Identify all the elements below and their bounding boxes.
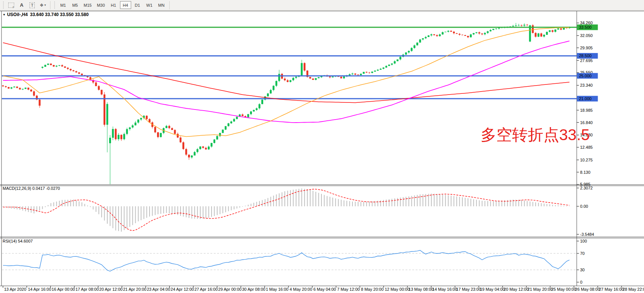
time-axis-label: 27 May 16:00	[599, 287, 624, 292]
objects-icon: ❖	[40, 3, 44, 8]
time-axis-label: 17 May 23:00	[456, 287, 481, 292]
font-a-icon: A	[20, 2, 23, 8]
time-axis-label: 14 May 16:00	[432, 287, 457, 292]
time-axis-label: 20 May 12:00	[504, 287, 529, 292]
rsi-indicator-label: RSI(14) 54.6007	[3, 239, 33, 243]
rsi-tick-label: 30	[580, 268, 585, 272]
price-badge-label: 25.000	[579, 74, 592, 78]
price-tick-label: 12.485	[580, 145, 593, 149]
price-tick-label: 18.985	[580, 108, 593, 112]
timeframe-h1[interactable]: H1	[108, 1, 119, 9]
snap-grid-f-button[interactable]: F	[6, 1, 16, 9]
price-tick-label: 10.275	[580, 158, 593, 162]
time-axis[interactable]: 13 Apr 202014 Apr 16:0016 Apr 00:0017 Ap…	[3, 286, 644, 292]
time-axis-label: 1 May 16:00	[266, 287, 289, 292]
price-tick-label: 29.905	[580, 46, 593, 50]
price-badge-label: 21.000	[579, 96, 592, 101]
chart-plot-area[interactable]: 34.26032.05029.90527.69525.55023.34018.9…	[0, 0, 644, 293]
time-axis-label: 28 May 22:00	[623, 287, 644, 292]
time-axis-label: 25 May 00:00	[551, 287, 576, 292]
ma-slow-red	[3, 43, 570, 102]
macd-panel[interactable]	[3, 188, 570, 232]
price-tick-label: 32.050	[580, 33, 593, 38]
price-axis[interactable]: 34.26032.05029.90527.69525.55023.34018.9…	[577, 21, 598, 186]
time-axis-label: 30 Apr 08:00	[242, 287, 265, 292]
timeframe-m30[interactable]: M30	[95, 1, 107, 9]
toolbar-separator	[169, 1, 170, 9]
text-box-button[interactable]: T	[27, 1, 37, 9]
time-axis-label: 4 May 20:00	[290, 287, 312, 292]
candlesticks	[2, 23, 571, 184]
indicator-axes[interactable]: 2.30720.00-3.548410070300	[577, 186, 594, 284]
time-axis-label: 17 Apr 08:00	[76, 287, 99, 292]
time-axis-label: 23 Apr 04:00	[147, 287, 170, 292]
timeframe-m1[interactable]: M1	[58, 1, 69, 9]
toolbar-separator	[50, 1, 50, 9]
price-tick-label: 23.340	[580, 83, 593, 87]
chevron-down-icon: ▾	[44, 3, 46, 7]
price-badge-label: 33.500	[579, 25, 592, 30]
panel-frame	[0, 11, 644, 286]
rsi-tick-label: 100	[580, 239, 587, 243]
price-tick-label: 8.130	[580, 170, 591, 175]
macd-tick-label: -3.5484	[580, 232, 594, 237]
horizontal-line-objects[interactable]	[2, 27, 577, 99]
time-axis-label: 12 May 00:00	[385, 287, 410, 292]
timeframe-m15[interactable]: M15	[81, 1, 94, 9]
rsi-tick-label: 70	[580, 251, 585, 256]
toolbar: F A T ❖ ▾ M1 M5 M15 M30 H1 H4 D1 W1 MN	[0, 0, 644, 10]
time-axis-label: 13 Apr 2020	[4, 287, 26, 292]
objects-dropdown-button[interactable]: ❖ ▾	[38, 1, 48, 9]
time-axis-label: 20 Apr 12:00	[99, 287, 123, 292]
time-axis-label: 27 Apr 16:00	[194, 287, 218, 292]
time-axis-label: 24 Apr 12:00	[171, 287, 194, 292]
time-axis-label: 6 May 04:00	[313, 287, 336, 292]
chart-dropdown-icon[interactable]: ▼	[3, 13, 6, 16]
time-axis-label: 8 May 20:00	[361, 287, 384, 292]
rsi-tick-label: 0	[580, 280, 582, 284]
timeframe-drag-handle[interactable]	[54, 1, 56, 9]
timeframe-h4[interactable]: H4	[120, 1, 131, 9]
time-axis-label: 26 May 08:00	[575, 287, 600, 292]
timeframe-m5[interactable]: M5	[70, 1, 81, 9]
rsi-panel[interactable]	[2, 250, 577, 271]
chart-title: ▼USOil-,H433.640 33.740 33.550 33.580	[3, 12, 89, 17]
chart-ohlc-values: 33.640 33.740 33.550 33.580	[30, 12, 89, 17]
time-axis-label: 29 Apr 00:00	[218, 287, 241, 292]
macd-indicator-label: MACD(12,26,9) 0.0417 -0.0270	[3, 186, 60, 191]
time-axis-label: 21 May 20:00	[527, 287, 552, 292]
price-tick-label: 27.695	[580, 58, 593, 63]
snap-grid-f-icon: F	[8, 3, 14, 8]
price-tick-label: 16.840	[580, 120, 593, 125]
time-axis-label: 16 Apr 00:00	[52, 287, 75, 292]
macd-tick-label: 0.00	[580, 204, 588, 209]
time-axis-label: 21 Apr 20:00	[123, 287, 146, 292]
mt4-chart-window: F A T ❖ ▾ M1 M5 M15 M30 H1 H4 D1 W1 MN 3…	[0, 0, 644, 293]
time-axis-label: 13 May 08:00	[409, 287, 434, 292]
time-axis-label: 7 May 12:00	[337, 287, 360, 292]
ma-fast-orange	[3, 28, 570, 137]
font-button[interactable]: A	[17, 1, 27, 9]
chart-symbol: USOil-,H4	[7, 12, 28, 17]
macd-signal-line	[3, 189, 570, 231]
ma-mid-magenta	[3, 41, 570, 123]
price-badge-label: 28.500	[579, 53, 592, 58]
chart-text-annotation[interactable]: 多空转折点33.5	[481, 126, 590, 144]
timeframe-w1[interactable]: W1	[144, 1, 155, 9]
macd-tick-label: 2.3072	[580, 186, 593, 190]
timeframe-mn[interactable]: MN	[156, 1, 167, 9]
toolbar-drag-handle[interactable]	[3, 1, 4, 9]
time-axis-label: 19 May 04:00	[480, 287, 505, 292]
time-axis-label: 14 Apr 16:00	[28, 287, 51, 292]
text-box-icon: T	[30, 2, 35, 8]
timeframe-d1[interactable]: D1	[132, 1, 143, 9]
moving-averages	[3, 28, 570, 137]
